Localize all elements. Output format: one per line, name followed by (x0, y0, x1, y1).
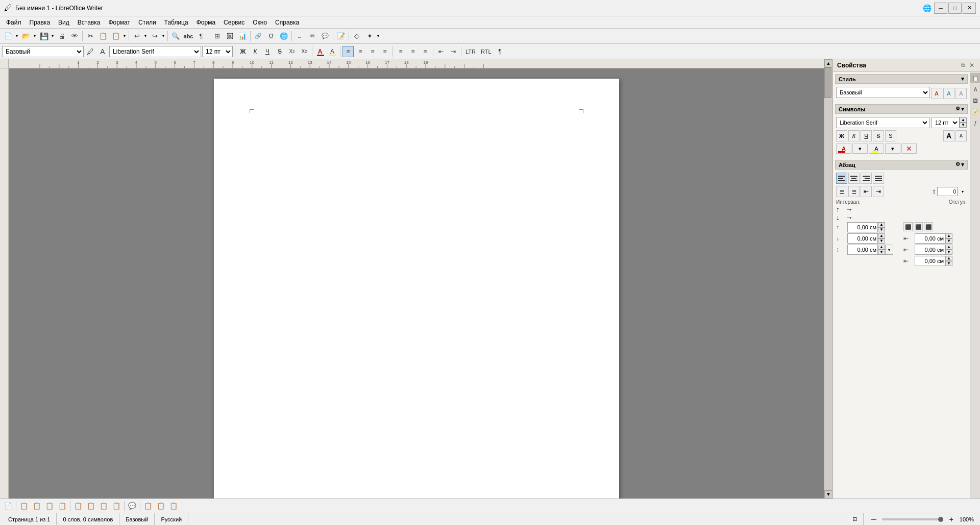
style-section-header[interactable]: Стиль ▾ (835, 74, 968, 84)
panel-font-name-select[interactable]: Liberation Serif (836, 117, 929, 128)
panel-font-color-arrow[interactable]: ▾ (852, 144, 868, 154)
panel-uppercase-button[interactable]: S (885, 130, 896, 141)
panel-highlight-button[interactable]: А (869, 144, 884, 154)
para-indent-decrease-button[interactable]: ⇤ (861, 186, 872, 197)
zoom-out-button[interactable]: ─ (868, 513, 880, 526)
para-align-center-button[interactable] (848, 173, 860, 184)
offset-third-down[interactable]: ▼ (945, 261, 952, 266)
paragraph-section-header[interactable]: Абзац ⚙ ▾ (835, 160, 968, 170)
para-line-spacing-value[interactable] (937, 187, 958, 196)
offset-top-up[interactable]: ▲ (945, 233, 952, 238)
offset-align-3[interactable]: ⬛ (924, 222, 933, 231)
internet-button[interactable]: 🌐 (278, 30, 290, 42)
panel-font-smaller-button[interactable]: А (955, 130, 967, 141)
menu-edit[interactable]: Правка (26, 18, 55, 27)
formatting-marks-button[interactable]: ¶ (195, 30, 207, 42)
zoom-track[interactable] (882, 518, 943, 520)
save-arrow[interactable]: ▾ (50, 30, 55, 42)
paragraph-format-button[interactable]: ¶ (495, 46, 506, 57)
above-up[interactable]: ▲ (878, 222, 885, 227)
new-style-button[interactable]: A (97, 46, 108, 57)
panel-update-style-button[interactable]: А (943, 88, 954, 99)
symbols-section-gear[interactable]: ⚙ (955, 106, 960, 112)
panel-new-style-button[interactable]: А (931, 88, 942, 99)
basic-shapes-button[interactable]: ✦ (363, 30, 376, 42)
new-button[interactable]: 📄 (2, 30, 14, 42)
menu-window[interactable]: Окно (249, 18, 271, 27)
insert-header-button[interactable]: ⎵ (293, 30, 306, 42)
strikethrough-button[interactable]: S (274, 46, 285, 57)
print-directly-button[interactable]: 🖨 (56, 30, 68, 42)
offset-bottom-up[interactable]: ▲ (945, 245, 952, 250)
offset-third-input[interactable] (915, 256, 945, 266)
menu-format[interactable]: Формат (104, 18, 134, 27)
update-style-button[interactable]: 🖊 (85, 46, 96, 57)
document-scroll-area[interactable] (9, 68, 824, 498)
para-align-right-button[interactable] (861, 173, 872, 184)
bottom-btn-7[interactable]: 📋 (97, 500, 110, 512)
insert-chart-button[interactable]: 📊 (236, 30, 249, 42)
maximize-button[interactable]: □ (948, 3, 962, 14)
bottom-comment-button[interactable]: 💬 (126, 500, 138, 512)
below-spacing-input[interactable]: 0,00 см (847, 233, 878, 244)
bottom-btn-6[interactable]: 📋 (85, 500, 97, 512)
bottom-btn-1[interactable]: 📋 (18, 500, 30, 512)
scroll-down-button[interactable]: ▼ (824, 490, 832, 498)
open-arrow[interactable]: ▾ (32, 30, 37, 42)
bottom-btn-2[interactable]: 📋 (31, 500, 43, 512)
scroll-up-button[interactable]: ▲ (824, 59, 832, 67)
panel-italic-button[interactable]: К (848, 130, 860, 141)
offset-align-1[interactable]: ⬛ (903, 222, 913, 231)
scroll-track[interactable] (824, 67, 832, 490)
font-size-down[interactable]: ▼ (960, 123, 967, 128)
view-layout-button[interactable]: ⊡ (846, 513, 864, 525)
panel-style-select[interactable]: Базовый (836, 87, 930, 98)
offset-bottom-down[interactable]: ▼ (945, 250, 952, 255)
list-ordered-button[interactable]: ≡ (420, 46, 431, 57)
undo-arrow[interactable]: ▾ (143, 30, 148, 42)
third-interval-arrow[interactable]: ▾ (885, 245, 893, 255)
menu-view[interactable]: Вид (54, 18, 74, 27)
bottom-btn-3[interactable]: 📋 (43, 500, 56, 512)
align-right-button[interactable]: ≡ (367, 46, 378, 57)
new-arrow[interactable]: ▾ (14, 30, 19, 42)
above-spacing-input[interactable]: 0,00 см (847, 222, 878, 232)
panel-style-info-button[interactable]: А (955, 88, 967, 99)
insert-special-char-button[interactable]: Ω (265, 30, 277, 42)
bold-button[interactable]: Ж (237, 46, 249, 57)
subscript-button[interactable]: X2 (299, 46, 310, 57)
menu-file[interactable]: Файл (2, 18, 26, 27)
para-indent-increase-button[interactable]: ⇥ (873, 186, 884, 197)
panel-bold-button[interactable]: Ж (836, 130, 847, 141)
bottom-btn-5[interactable]: 📋 (72, 500, 84, 512)
save-button[interactable]: 💾 (38, 30, 50, 42)
shapes-arrow[interactable]: ▾ (376, 30, 381, 42)
panel-icon-styles[interactable]: A (970, 84, 980, 94)
panel-shadow-button[interactable]: S (873, 130, 884, 141)
menu-help[interactable]: Справка (271, 18, 303, 27)
paste-arrow[interactable]: ▾ (122, 30, 127, 42)
panel-highlight-arrow[interactable]: ▾ (885, 144, 900, 154)
para-line-spacing-arrow[interactable]: ▾ (959, 187, 967, 196)
para-align-justify-button[interactable] (873, 173, 884, 184)
indent-increase-button[interactable]: ⇥ (448, 46, 459, 57)
panel-font-bigger-button[interactable]: А (943, 130, 954, 141)
panel-icon-gallery[interactable]: 🖼 (970, 96, 980, 106)
cut-button[interactable]: ✂ (84, 30, 96, 42)
zoom-thumb[interactable] (938, 517, 943, 522)
redo-arrow[interactable]: ▾ (161, 30, 166, 42)
above-down[interactable]: ▼ (878, 227, 885, 232)
print-preview-button[interactable]: 👁 (68, 30, 81, 42)
indent-decrease-button[interactable]: ⇤ (435, 46, 447, 57)
panel-icon-functions[interactable]: ƒ (970, 118, 980, 128)
panel-font-size-select[interactable]: 12 пт (932, 117, 960, 128)
font-name-select[interactable]: Liberation Serif (109, 46, 201, 57)
insert-image-button[interactable]: 🖼 (224, 30, 236, 42)
underline-button[interactable]: Ч (262, 46, 273, 57)
panel-underline-button[interactable]: Ч (861, 130, 872, 141)
text-ltr-button[interactable]: LTR (463, 46, 478, 57)
bottom-btn-8[interactable]: 📋 (110, 500, 122, 512)
para-list-unordered-button[interactable]: ☰ (836, 186, 847, 197)
menu-tools[interactable]: Сервис (219, 18, 249, 27)
highlight-button[interactable]: А (327, 46, 338, 57)
